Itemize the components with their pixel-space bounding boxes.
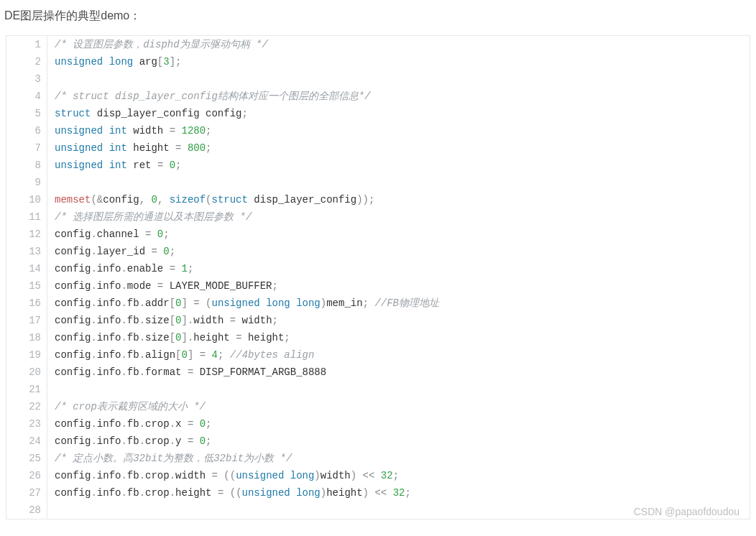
token-punct: =: [188, 435, 193, 447]
token-keyword: struct: [55, 108, 91, 119]
token-ident: align: [145, 349, 175, 361]
code-table: 1/* 设置图层参数，disphd为显示驱动句柄 */2unsigned lon…: [6, 36, 750, 519]
token-ident: x: [175, 418, 181, 430]
token-comment: /* 选择图层所需的通道以及本图层参数 */: [55, 211, 252, 223]
token-keyword: unsigned: [55, 125, 103, 137]
token-keyword: long: [296, 297, 321, 309]
token-number: 800: [188, 142, 206, 154]
token-punct: .: [139, 315, 145, 326]
token-punct: [: [157, 56, 163, 68]
token-ident: width: [193, 315, 223, 326]
token-keyword: struct: [212, 194, 248, 205]
token-comment: //FB物理地址: [374, 297, 439, 309]
page-title: DE图层操作的典型demo：: [0, 0, 756, 29]
token-ident: mem_in: [326, 297, 362, 309]
token-punct: ]: [181, 332, 187, 343]
token-ident: info: [97, 297, 121, 309]
token-punct: .: [121, 418, 126, 430]
token-ident: config: [55, 297, 91, 309]
line-number: 8: [6, 157, 47, 174]
line-number: 28: [6, 502, 47, 519]
token-punct: (: [206, 297, 211, 309]
token-punct: ): [321, 297, 326, 309]
token-punct: .: [170, 487, 175, 499]
token-punct: <<: [374, 487, 387, 499]
token-punct: (: [236, 487, 241, 499]
token-punct: ;: [163, 228, 169, 240]
token-punct: =: [170, 125, 175, 137]
token-punct: ;: [393, 470, 399, 481]
token-ident: crop: [145, 435, 170, 447]
line-code: unsigned int ret = 0;: [47, 157, 750, 174]
token-punct: =: [151, 246, 157, 257]
token-punct: .: [91, 297, 96, 309]
token-punct: .: [121, 366, 126, 378]
token-keyword: unsigned: [212, 297, 260, 309]
token-punct: ]: [181, 315, 187, 326]
token-ident: config: [55, 228, 91, 240]
token-ident: y: [175, 435, 181, 447]
token-number: 4: [212, 349, 218, 361]
token-keyword: long: [266, 297, 290, 309]
token-ident: format: [145, 366, 181, 378]
token-ident: fb: [127, 315, 139, 326]
token-comment: /* 定点小数。高32bit为整数，低32bit为小数 */: [55, 453, 292, 464]
token-punct: ]: [188, 349, 193, 361]
token-punct: .: [139, 297, 145, 309]
line-code: /* 定点小数。高32bit为整数，低32bit为小数 */: [47, 450, 750, 467]
token-ident: config: [206, 108, 241, 119]
line-code: unsigned int width = 1280;: [47, 122, 750, 139]
token-ident: info: [97, 315, 121, 326]
line-code: config.info.fb.addr[0] = (unsigned long …: [47, 295, 750, 312]
token-ident: config: [55, 487, 91, 499]
line-number: 6: [6, 122, 47, 139]
token-ident: height: [193, 332, 229, 343]
token-ident: info: [97, 418, 121, 430]
token-punct: =: [175, 142, 181, 154]
token-punct: .: [91, 228, 96, 240]
code-line: 23config.info.fb.crop.x = 0;: [6, 415, 750, 433]
token-punct: .: [91, 470, 96, 481]
token-ident: height: [133, 142, 169, 154]
line-number: 18: [6, 329, 47, 346]
token-punct: ;: [206, 142, 211, 154]
code-line: 19config.info.fb.align[0] = 4; //4bytes …: [6, 346, 750, 364]
token-punct: ;: [405, 487, 410, 499]
token-punct: (: [91, 194, 96, 205]
line-code: /* crop表示裁剪区域的大小 */: [47, 398, 750, 415]
token-punct: ;: [175, 56, 181, 68]
code-line: 26config.info.fb.crop.width = ((unsigned…: [6, 467, 750, 484]
code-line: 17config.info.fb.size[0].width = width;: [6, 312, 750, 329]
token-ident: info: [97, 366, 121, 378]
token-ident: height: [248, 332, 284, 343]
line-number: 1: [6, 36, 47, 53]
token-punct: .: [91, 315, 96, 326]
token-ident: ret: [133, 160, 151, 171]
token-ident: config: [55, 349, 91, 361]
token-punct: =: [170, 263, 175, 274]
line-number: 24: [6, 433, 47, 450]
token-punct: =: [218, 487, 223, 499]
token-ident: config: [55, 315, 91, 326]
watermark-text: CSDN @papaofdoudou: [634, 506, 739, 517]
token-punct: [: [170, 297, 175, 309]
token-punct: ;: [206, 125, 211, 137]
code-line: 11/* 选择图层所需的通道以及本图层参数 */: [6, 208, 750, 226]
line-number: 20: [6, 364, 47, 381]
token-punct: =: [157, 160, 163, 171]
token-punct: .: [139, 332, 145, 343]
line-number: 12: [6, 226, 47, 243]
code-line: 12config.channel = 0;: [6, 226, 750, 243]
token-ident: config: [55, 366, 91, 378]
token-punct: [: [170, 315, 175, 326]
token-ident: info: [97, 280, 121, 292]
token-punct: ;: [272, 280, 278, 292]
line-number: 23: [6, 415, 47, 433]
token-punct: ;: [272, 315, 278, 326]
token-punct: ;: [206, 418, 211, 430]
token-punct: ;: [369, 194, 374, 205]
token-ident: crop: [145, 418, 170, 430]
line-code: config.layer_id = 0;: [47, 243, 750, 260]
line-number: 15: [6, 277, 47, 295]
token-number: 0: [200, 435, 206, 447]
